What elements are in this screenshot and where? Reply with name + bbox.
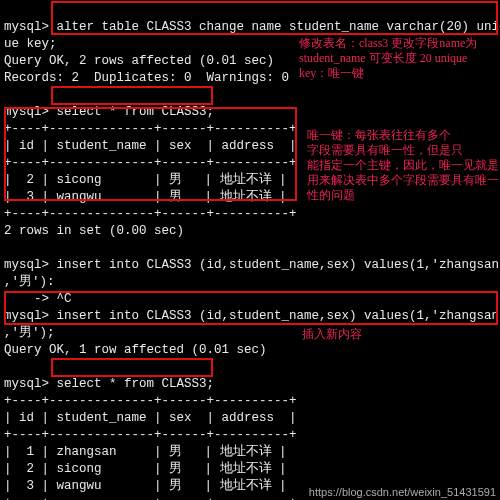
line-18: ,'男'); xyxy=(4,326,55,340)
line-21: mysql> select * from CLASS3; xyxy=(4,377,214,391)
line-26: | 2 | sicong | 男 | 地址不详 | xyxy=(4,462,287,476)
line-8: +----+--------------+------+----------+ xyxy=(4,156,297,170)
line-23: | id | student_name | sex | address | xyxy=(4,411,297,425)
line-7: | id | student_name | sex | address | xyxy=(4,139,297,153)
line-14: mysql> insert into CLASS3 (id,student_na… xyxy=(4,258,500,272)
watermark: https://blog.csdn.net/weixin_51431591 xyxy=(309,486,496,498)
line-17: mysql> insert into CLASS3 (id,student_na… xyxy=(4,309,500,323)
line-0: mysql> alter table CLASS3 change name st… xyxy=(4,20,500,34)
line-25: | 1 | zhangsan | 男 | 地址不详 | xyxy=(4,445,287,459)
line-27: | 3 | wangwu | 男 | 地址不详 | xyxy=(4,479,287,493)
line-9: | 2 | sicong | 男 | 地址不详 | xyxy=(4,173,287,187)
line-10: | 3 | wangwu | 男 | 地址不详 | xyxy=(4,190,287,204)
line-3: Records: 2 Duplicates: 0 Warnings: 0 xyxy=(4,71,289,85)
line-15: ,'男'): xyxy=(4,275,55,289)
line-22: +----+--------------+------+----------+ xyxy=(4,394,297,408)
line-28: +----+--------------+------+----------+ xyxy=(4,496,297,500)
line-19: Query OK, 1 row affected (0.01 sec) xyxy=(4,343,267,357)
line-2: Query OK, 2 rows affected (0.01 sec) xyxy=(4,54,274,68)
line-16: -> ^C xyxy=(4,292,72,306)
line-11: +----+--------------+------+----------+ xyxy=(4,207,297,221)
terminal-output: mysql> alter table CLASS3 change name st… xyxy=(0,0,500,500)
line-12: 2 rows in set (0.00 sec) xyxy=(4,224,184,238)
line-5: mysql> select * from CLASS3; xyxy=(4,105,214,119)
line-6: +----+--------------+------+----------+ xyxy=(4,122,297,136)
line-24: +----+--------------+------+----------+ xyxy=(4,428,297,442)
line-1: ue key; xyxy=(4,37,57,51)
